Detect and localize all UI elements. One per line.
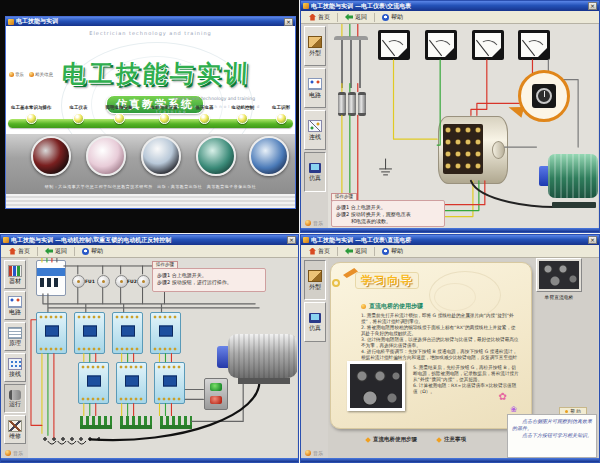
menu-item-motorcontrol[interactable]: 电动机控制	[232, 105, 255, 124]
menu-item-lowvoltage[interactable]: 低压电器	[196, 105, 214, 124]
info-button[interactable]: 相关信息	[29, 72, 53, 77]
menu-sphere-icon[interactable]	[73, 113, 84, 124]
toolbar: 首页 返回 帮助	[301, 11, 599, 24]
menu-item-basics[interactable]: 电工基本常识与操作	[11, 105, 52, 124]
wiring-icon	[308, 120, 322, 132]
home-icon	[309, 14, 316, 21]
help-note-text: 点击右侧图片可观察到仿真效果的器件。 点击下方按钮可学习相关知识。	[512, 418, 592, 438]
splash-body: Electrician technology and training 电工技能…	[6, 26, 295, 208]
topic-links: 直流电桥使用步骤 注意事项	[366, 436, 466, 443]
sidebar-simulation[interactable]: 仿真	[304, 302, 326, 342]
device-thumbnail-button[interactable]	[536, 258, 582, 292]
help-icon	[382, 248, 389, 255]
parts-icon	[8, 265, 22, 277]
music-toggle[interactable]: 音乐	[305, 450, 323, 456]
menu-sphere-icon[interactable]	[199, 113, 210, 124]
sidebar-wiring[interactable]: 连线	[304, 110, 326, 150]
cell-learning-guide: 电工技能与实训 —电工仪表\直流电桥 × 首页 返回 帮助 外型 仿真	[300, 234, 600, 463]
menu-sphere-icon[interactable]	[237, 113, 248, 124]
toolbar-separator	[374, 247, 375, 256]
photo-wires	[31, 136, 71, 176]
operation-steps-box: 操作步骤 步骤1 合上电源开关。 步骤2 按动转换开关，观察电压表 和电流表的读…	[331, 200, 445, 227]
sidebar-wiring[interactable]: 接线	[4, 353, 26, 382]
bridge-thumbnail-image	[539, 261, 579, 289]
cell-motor-sim: 电工技能与实训 —电动机控制\双重互锁的电动机正反转控制 × 首页 返回 帮助 …	[0, 234, 299, 463]
window-motor-sim: 电工技能与实训 —电动机控制\双重互锁的电动机正反转控制 × 首页 返回 帮助 …	[0, 234, 299, 463]
help-dot-icon	[565, 410, 568, 413]
close-button[interactable]: ×	[588, 2, 597, 10]
link-precautions[interactable]: 注意事项	[437, 436, 466, 443]
help-icon	[382, 14, 389, 21]
cell-instrument-sim: 电工技能与实训 —电工仪表\交流电表 × 首页 返回 帮助 外型 电路 连线 仿…	[300, 0, 600, 233]
box-icon	[308, 36, 322, 48]
home-icon	[309, 248, 316, 255]
music-toggle[interactable]: 音乐	[9, 72, 24, 77]
link-usage-steps[interactable]: 直流电桥使用步骤	[366, 436, 417, 443]
sidebar-simulation[interactable]: 仿真	[304, 152, 326, 192]
window-title: 电工技能与实训 —电动机控制\双重互锁的电动机正反转控制	[11, 236, 285, 245]
menu-item-machines[interactable]: 电机与变压器	[151, 105, 178, 124]
app-icon	[303, 237, 309, 243]
ring-decoration	[332, 279, 340, 287]
music-toggle[interactable]: 音乐	[5, 450, 23, 456]
sidebar-repair[interactable]: 维修	[4, 415, 26, 444]
sidebar: 外型 仿真	[302, 258, 328, 458]
simulation-canvas: 操作步骤 步骤1 合上电源开关。 步骤2 按动转换开关，观察电压表 和电流表的读…	[328, 24, 598, 228]
rotary-knob-closeup[interactable]	[532, 84, 556, 108]
close-button[interactable]: ×	[287, 236, 296, 244]
sidebar-appearance[interactable]: 外型	[304, 260, 326, 300]
close-button[interactable]: ×	[588, 236, 597, 244]
back-button[interactable]: 返回	[340, 245, 372, 258]
help-button[interactable]: 帮助	[77, 245, 108, 258]
menu-item-lighting[interactable]: 照明电路安装	[106, 105, 133, 124]
flower-decoration: ✿	[499, 391, 507, 402]
menu-item-instruments[interactable]: 电工仪表	[70, 105, 88, 124]
titlebar: 电工技能与实训 —电工仪表\交流电表 ×	[301, 1, 599, 11]
menu-sphere-icon[interactable]	[276, 113, 287, 124]
help-button[interactable]: 帮助	[377, 11, 408, 24]
screenshot-grid: 电工技能与实训 × Electrician technology and tra…	[0, 0, 600, 463]
tools-icon	[8, 420, 22, 432]
motor-graphic	[538, 150, 598, 208]
toolbar-separator	[374, 13, 375, 22]
back-button[interactable]: 返回	[340, 11, 372, 24]
motor-graphic	[216, 332, 297, 384]
sidebar-principle[interactable]: 原理	[4, 322, 26, 351]
diamond-bullet-icon	[436, 437, 442, 443]
stripe-decoration	[6, 194, 295, 208]
credit-line: 研制：大连海事大学信息工程学院信息教育技术研究所 出版：高等教育出版社 高等教育…	[6, 184, 295, 189]
guide-title: 学习向导	[355, 272, 419, 289]
app-icon	[303, 3, 309, 9]
home-button[interactable]: 首页	[4, 245, 35, 258]
english-header: Electrician technology and training	[6, 30, 295, 36]
home-button[interactable]: 首页	[304, 245, 335, 258]
monitor-icon	[309, 163, 321, 173]
sidebar-equipment[interactable]: 器材	[4, 260, 26, 289]
menu-sphere-icon[interactable]	[26, 113, 37, 124]
music-icon	[5, 450, 11, 456]
sidebar-appearance[interactable]: 外型	[304, 26, 326, 66]
help-icon	[82, 248, 89, 255]
help-button[interactable]: 帮助	[377, 245, 408, 258]
photo-motor	[196, 136, 236, 176]
home-button[interactable]: 首页	[304, 11, 335, 24]
cell-splash: 电工技能与实训 × Electrician technology and tra…	[0, 0, 299, 233]
app-icon	[3, 237, 9, 243]
menu-sphere-icon[interactable]	[159, 113, 170, 124]
circuit-icon	[308, 78, 322, 90]
menu-sphere-icon[interactable]	[114, 113, 125, 124]
sidebar-circuit[interactable]: 电路	[304, 68, 326, 108]
sidebar-run[interactable]: 运行	[4, 384, 26, 413]
main-title: 电工技能与实训	[33, 58, 280, 90]
simulation-canvas: FU1 FU2	[28, 258, 297, 458]
flower-decoration: ❀	[510, 405, 517, 414]
back-button[interactable]: 返回	[40, 245, 72, 258]
operation-steps-box: 操作步骤 步骤1 合上电源开关。 步骤2 按动按钮，进行运行操作。	[152, 268, 266, 292]
close-button[interactable]: ×	[284, 18, 293, 26]
music-toggle[interactable]: 音乐	[305, 220, 323, 226]
sidebar-circuit[interactable]: 电路	[4, 291, 26, 320]
motor-icon	[9, 390, 21, 400]
photo-components	[249, 136, 289, 176]
menu-item-diagrams[interactable]: 电工识图	[272, 105, 290, 124]
window-learning-guide: 电工技能与实训 —电工仪表\直流电桥 × 首页 返回 帮助 外型 仿真	[300, 234, 600, 463]
